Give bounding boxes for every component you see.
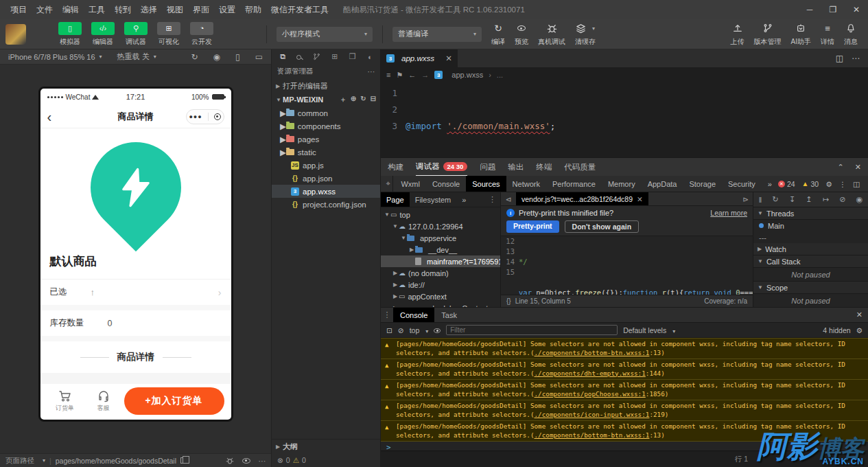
collapse-all-icon[interactable]: ⊟ (371, 95, 376, 104)
tree-appservice[interactable]: ▼appservice (381, 232, 500, 244)
kebab-menu-icon[interactable]: ⋮ (489, 195, 500, 204)
tab-build[interactable]: 构建 (388, 158, 403, 176)
real-device-debug-button[interactable]: 真机调试 (538, 22, 565, 47)
close-icon[interactable]: ✕ (445, 54, 452, 63)
user-avatar[interactable] (5, 24, 26, 45)
folder-pages[interactable]: ▶ pages (272, 133, 380, 146)
eye-icon[interactable] (434, 326, 441, 334)
step-icon[interactable]: ↦ (823, 195, 829, 204)
editor-button[interactable]: ‹/› 编辑器 (91, 22, 115, 47)
search-icon[interactable] (296, 53, 301, 61)
more-icon[interactable]: ⋯ (852, 54, 860, 63)
visualization-button[interactable]: ⊞ 可视化 (157, 22, 180, 47)
clear-cache-button[interactable]: ▾ 清缓存 (575, 22, 596, 47)
close-icon[interactable]: ✕ (637, 195, 643, 203)
cloud-dev-button[interactable]: ◔ 云开发 (190, 22, 213, 47)
clear-console-icon[interactable]: ⊘ (398, 326, 404, 334)
mode-select[interactable]: 小程序模式 ▾ (277, 27, 373, 42)
upload-button[interactable]: 上传 (731, 22, 744, 47)
tab-filesystem[interactable]: Filesystem (410, 192, 457, 207)
arrow-left-icon[interactable]: ← (408, 71, 416, 79)
refresh-icon[interactable]: ↻ (360, 95, 366, 104)
tree-ide[interactable]: ▶☁ide:// (381, 279, 500, 291)
tab-network[interactable]: Network (506, 176, 546, 192)
menu-project[interactable]: 项目 (5, 0, 32, 19)
gear-icon[interactable]: ⚙ (856, 326, 863, 334)
messages-button[interactable]: 消息 (844, 22, 858, 47)
threads-section[interactable]: ▼Threads (753, 207, 868, 220)
device-frame-icon[interactable]: ▯ (235, 52, 240, 62)
tree-mainframe[interactable]: mainframe?t=17695916772 (381, 255, 500, 267)
source-link[interactable]: ./components/popChoose.wxss:1 (535, 390, 646, 398)
error-count[interactable]: ✕24 (778, 180, 795, 188)
pause-on-exceptions-icon[interactable]: ◉ (856, 195, 863, 204)
selected-row[interactable]: 已选 ↑ › (40, 280, 231, 310)
callstack-section[interactable]: ▼Call Stack (753, 255, 868, 268)
collab-icon[interactable]: ◖ (367, 53, 372, 61)
add-to-order-button[interactable]: +加入订货单 (124, 387, 224, 415)
rotate-icon[interactable]: ↻ (191, 52, 198, 62)
menu-select[interactable]: 选择 (136, 0, 162, 19)
dock-icon[interactable]: ◫ (853, 180, 860, 188)
details-button[interactable]: ≡ 详情 (821, 22, 834, 47)
split-editor-icon[interactable]: ◫ (836, 54, 843, 63)
menu-edit[interactable]: 编辑 (58, 0, 84, 19)
tree-dev[interactable]: ▶__dev__ (381, 244, 500, 255)
tree-debugcontext[interactable]: ▶▭app_sub_debugContext (381, 302, 500, 307)
close-icon[interactable]: ✕ (855, 163, 861, 172)
tree-no-domain[interactable]: ▶☁(no domain) (381, 267, 500, 279)
preview-button[interactable]: 预览 (515, 22, 528, 47)
tab-appdata[interactable]: AppData (642, 176, 683, 192)
tab-performance[interactable]: Performance (546, 176, 602, 192)
arrow-right-icon[interactable]: → (421, 71, 429, 79)
more-icon[interactable]: ⋯ (368, 67, 375, 76)
tree-top[interactable]: ▼▭top (381, 209, 500, 220)
tab-sources[interactable]: Sources (466, 176, 506, 192)
levels-select[interactable]: Default levels ▾ (623, 326, 675, 334)
new-file-icon[interactable]: ＋ (340, 95, 347, 104)
file-app-js[interactable]: JS app.js (272, 159, 380, 172)
back-icon[interactable]: ‹ (47, 110, 52, 124)
thread-main[interactable]: Main (753, 220, 868, 231)
breadcrumb-more[interactable]: ... (497, 71, 503, 79)
more-tabs-icon[interactable]: » (456, 192, 471, 207)
watch-section[interactable]: ▶Watch (753, 243, 868, 255)
extensions-icon[interactable]: ⊞ (331, 52, 338, 61)
compile-button[interactable]: ↻ 编译 (491, 22, 505, 47)
kebab-menu-icon[interactable]: ⋮ (381, 310, 393, 319)
show-navigator-icon[interactable]: ⊲ (501, 195, 516, 203)
project-root-row[interactable]: ▼ MP-WEIXIN ＋ ⊕ ↻ ⊟ (272, 93, 380, 106)
tab-page[interactable]: Page (381, 192, 410, 207)
warning-count[interactable]: ▲30 (802, 180, 819, 188)
tab-app-wxss[interactable]: 3 app.wxss ✕ (381, 49, 458, 67)
tab-debugger[interactable]: 调试器 24 30 (416, 158, 467, 176)
breadcrumb-file[interactable]: app.wxss (451, 71, 483, 79)
folder-components[interactable]: ▶ components (272, 119, 380, 133)
tab-code-quality[interactable]: 代码质量 (564, 158, 596, 176)
close-button[interactable]: ✕ (845, 0, 868, 19)
minified-code[interactable]: 12 13 14 15 */ var n=Object.freeze({});f… (501, 236, 753, 295)
source-link[interactable]: ./components/bottom-btn.wxss:1 (535, 349, 650, 356)
show-debugger-icon[interactable]: ⊳ (742, 195, 753, 203)
customer-service-button[interactable]: 客服 (86, 390, 121, 413)
source-link[interactable]: ./components/dht-empty.wxss:1 (535, 369, 646, 377)
braces-icon[interactable]: {} (506, 297, 511, 305)
chat-icon[interactable]: ▭ (255, 52, 263, 62)
tab-output[interactable]: 输出 (508, 158, 524, 176)
tab-task[interactable]: Task (434, 308, 464, 322)
dont-show-again-button[interactable]: Don't show again (565, 220, 640, 233)
maximize-button[interactable]: ❐ (821, 0, 845, 19)
tab-console-bottom[interactable]: Console (393, 308, 434, 322)
compile-mode-select[interactable]: 普通编译 ▾ (392, 27, 482, 42)
console-prompt[interactable] (381, 442, 868, 451)
bug-icon[interactable] (226, 457, 234, 465)
tab-problems[interactable]: 问题 (480, 158, 495, 176)
source-control-icon[interactable] (313, 53, 320, 60)
tab-wxml[interactable]: Wxml (395, 176, 426, 192)
menu-file[interactable]: 文件 (32, 0, 58, 19)
files-icon[interactable]: ⧉ (280, 52, 285, 61)
menu-goto[interactable]: 转到 (110, 0, 136, 19)
menu-devtools[interactable]: 微信开发者工具 (266, 0, 333, 19)
order-list-button[interactable]: 订货单 (47, 390, 83, 413)
tab-memory[interactable]: Memory (602, 176, 642, 192)
